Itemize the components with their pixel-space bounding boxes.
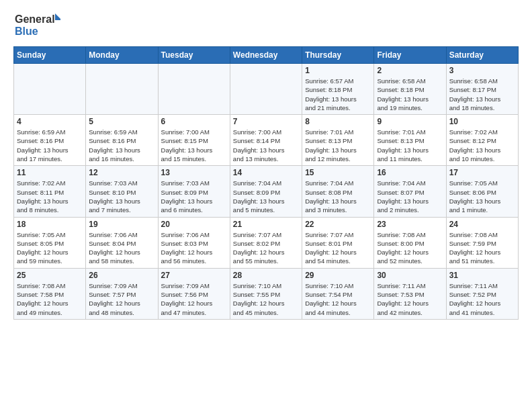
calendar-cell: 27Sunrise: 7:09 AM Sunset: 7:56 PM Dayli…: [158, 268, 230, 319]
day-info: Sunrise: 7:05 AM Sunset: 8:06 PM Dayligh…: [449, 179, 515, 214]
day-number: 7: [233, 117, 299, 126]
calendar-cell: 28Sunrise: 7:10 AM Sunset: 7:55 PM Dayli…: [230, 268, 302, 319]
calendar-week-4: 18Sunrise: 7:05 AM Sunset: 8:05 PM Dayli…: [14, 217, 519, 268]
calendar-cell: 6Sunrise: 7:00 AM Sunset: 8:15 PM Daylig…: [158, 115, 230, 166]
day-number: 3: [449, 66, 515, 75]
calendar-cell: 29Sunrise: 7:10 AM Sunset: 7:54 PM Dayli…: [302, 268, 374, 319]
day-info: Sunrise: 7:04 AM Sunset: 8:07 PM Dayligh…: [377, 179, 443, 214]
header-monday: Monday: [86, 47, 158, 64]
calendar-cell: 12Sunrise: 7:03 AM Sunset: 8:10 PM Dayli…: [86, 166, 158, 217]
day-info: Sunrise: 6:57 AM Sunset: 8:18 PM Dayligh…: [305, 77, 371, 112]
day-number: 27: [161, 271, 227, 280]
calendar-cell: 1Sunrise: 6:57 AM Sunset: 8:18 PM Daylig…: [302, 64, 374, 115]
day-info: Sunrise: 6:58 AM Sunset: 8:18 PM Dayligh…: [377, 77, 443, 112]
logo: General Blue: [13, 11, 60, 41]
day-info: Sunrise: 7:01 AM Sunset: 8:13 PM Dayligh…: [305, 128, 371, 163]
calendar-cell: 14Sunrise: 7:04 AM Sunset: 8:09 PM Dayli…: [230, 166, 302, 217]
day-number: 28: [233, 271, 299, 280]
calendar-cell: 8Sunrise: 7:01 AM Sunset: 8:13 PM Daylig…: [302, 115, 374, 166]
day-number: 23: [377, 220, 443, 229]
day-number: 15: [305, 168, 371, 177]
calendar-cell: [86, 64, 158, 115]
day-number: 10: [449, 117, 515, 126]
day-info: Sunrise: 7:08 AM Sunset: 7:58 PM Dayligh…: [17, 281, 83, 317]
header-wednesday: Wednesday: [230, 47, 302, 64]
calendar-cell: 20Sunrise: 7:06 AM Sunset: 8:03 PM Dayli…: [158, 217, 230, 268]
day-info: Sunrise: 7:06 AM Sunset: 8:04 PM Dayligh…: [89, 230, 154, 266]
day-info: Sunrise: 6:59 AM Sunset: 8:16 PM Dayligh…: [17, 128, 83, 163]
calendar-cell: 26Sunrise: 7:09 AM Sunset: 7:57 PM Dayli…: [86, 268, 158, 319]
svg-text:Blue: Blue: [15, 26, 38, 37]
calendar-cell: 10Sunrise: 7:02 AM Sunset: 8:12 PM Dayli…: [446, 115, 518, 166]
calendar-table: SundayMondayTuesdayWednesdayThursdayFrid…: [13, 46, 519, 320]
calendar-cell: 7Sunrise: 7:00 AM Sunset: 8:14 PM Daylig…: [230, 115, 302, 166]
calendar-cell: 2Sunrise: 6:58 AM Sunset: 8:18 PM Daylig…: [374, 64, 446, 115]
calendar-cell: 31Sunrise: 7:11 AM Sunset: 7:52 PM Dayli…: [446, 268, 518, 319]
day-number: 12: [89, 168, 154, 177]
header-sunday: Sunday: [14, 47, 86, 64]
calendar-cell: 9Sunrise: 7:01 AM Sunset: 8:13 PM Daylig…: [374, 115, 446, 166]
calendar-cell: 23Sunrise: 7:08 AM Sunset: 8:00 PM Dayli…: [374, 217, 446, 268]
day-info: Sunrise: 7:07 AM Sunset: 8:02 PM Dayligh…: [233, 230, 299, 266]
day-number: 26: [89, 271, 154, 280]
day-info: Sunrise: 7:04 AM Sunset: 8:09 PM Dayligh…: [233, 179, 299, 214]
day-info: Sunrise: 7:11 AM Sunset: 7:53 PM Dayligh…: [377, 281, 443, 317]
day-info: Sunrise: 7:10 AM Sunset: 7:54 PM Dayligh…: [305, 281, 371, 317]
day-number: 13: [161, 168, 227, 177]
calendar-week-2: 4Sunrise: 6:59 AM Sunset: 8:16 PM Daylig…: [14, 115, 519, 166]
day-number: 21: [233, 220, 299, 229]
day-number: 17: [449, 168, 515, 177]
day-number: 11: [17, 168, 83, 177]
svg-marker-2: [55, 13, 60, 20]
day-number: 24: [449, 220, 515, 229]
day-info: Sunrise: 7:02 AM Sunset: 8:12 PM Dayligh…: [449, 128, 515, 163]
calendar-cell: 16Sunrise: 7:04 AM Sunset: 8:07 PM Dayli…: [374, 166, 446, 217]
day-number: 29: [305, 271, 371, 280]
calendar-cell: 3Sunrise: 6:58 AM Sunset: 8:17 PM Daylig…: [446, 64, 518, 115]
day-info: Sunrise: 7:11 AM Sunset: 7:52 PM Dayligh…: [449, 281, 515, 317]
calendar-cell: 25Sunrise: 7:08 AM Sunset: 7:58 PM Dayli…: [14, 268, 86, 319]
calendar-week-1: 1Sunrise: 6:57 AM Sunset: 8:18 PM Daylig…: [14, 64, 519, 115]
calendar-cell: 30Sunrise: 7:11 AM Sunset: 7:53 PM Dayli…: [374, 268, 446, 319]
calendar-cell: 17Sunrise: 7:05 AM Sunset: 8:06 PM Dayli…: [446, 166, 518, 217]
day-info: Sunrise: 7:09 AM Sunset: 7:57 PM Dayligh…: [89, 281, 154, 317]
day-info: Sunrise: 7:10 AM Sunset: 7:55 PM Dayligh…: [233, 281, 299, 317]
calendar-cell: 13Sunrise: 7:03 AM Sunset: 8:09 PM Dayli…: [158, 166, 230, 217]
day-info: Sunrise: 7:00 AM Sunset: 8:14 PM Dayligh…: [233, 128, 299, 163]
calendar-cell: 18Sunrise: 7:05 AM Sunset: 8:05 PM Dayli…: [14, 217, 86, 268]
day-number: 9: [377, 117, 443, 126]
day-number: 31: [449, 271, 515, 280]
page-header: General Blue: [13, 11, 519, 41]
day-number: 1: [305, 66, 371, 75]
day-info: Sunrise: 6:58 AM Sunset: 8:17 PM Dayligh…: [449, 77, 515, 112]
day-number: 20: [161, 220, 227, 229]
day-number: 30: [377, 271, 443, 280]
day-info: Sunrise: 7:00 AM Sunset: 8:15 PM Dayligh…: [161, 128, 227, 163]
day-number: 14: [233, 168, 299, 177]
calendar-week-5: 25Sunrise: 7:08 AM Sunset: 7:58 PM Dayli…: [14, 268, 519, 319]
calendar-cell: 19Sunrise: 7:06 AM Sunset: 8:04 PM Dayli…: [86, 217, 158, 268]
calendar-cell: 22Sunrise: 7:07 AM Sunset: 8:01 PM Dayli…: [302, 217, 374, 268]
calendar-cell: [230, 64, 302, 115]
header-thursday: Thursday: [302, 47, 374, 64]
day-info: Sunrise: 7:08 AM Sunset: 8:00 PM Dayligh…: [377, 230, 443, 266]
day-info: Sunrise: 7:08 AM Sunset: 7:59 PM Dayligh…: [449, 230, 515, 266]
calendar-cell: [158, 64, 230, 115]
day-number: 22: [305, 220, 371, 229]
day-number: 8: [305, 117, 371, 126]
calendar-cell: 24Sunrise: 7:08 AM Sunset: 7:59 PM Dayli…: [446, 217, 518, 268]
svg-text:General: General: [15, 13, 55, 25]
calendar-cell: 15Sunrise: 7:04 AM Sunset: 8:08 PM Dayli…: [302, 166, 374, 217]
day-number: 2: [377, 66, 443, 75]
day-number: 19: [89, 220, 154, 229]
calendar-cell: 4Sunrise: 6:59 AM Sunset: 8:16 PM Daylig…: [14, 115, 86, 166]
day-info: Sunrise: 7:01 AM Sunset: 8:13 PM Dayligh…: [377, 128, 443, 163]
day-number: 16: [377, 168, 443, 177]
day-info: Sunrise: 7:03 AM Sunset: 8:09 PM Dayligh…: [161, 179, 227, 214]
calendar-cell: [14, 64, 86, 115]
day-number: 4: [17, 117, 83, 126]
day-info: Sunrise: 6:59 AM Sunset: 8:16 PM Dayligh…: [89, 128, 154, 163]
logo-svg: General Blue: [13, 11, 60, 41]
day-number: 25: [17, 271, 83, 280]
day-info: Sunrise: 7:05 AM Sunset: 8:05 PM Dayligh…: [17, 230, 83, 266]
